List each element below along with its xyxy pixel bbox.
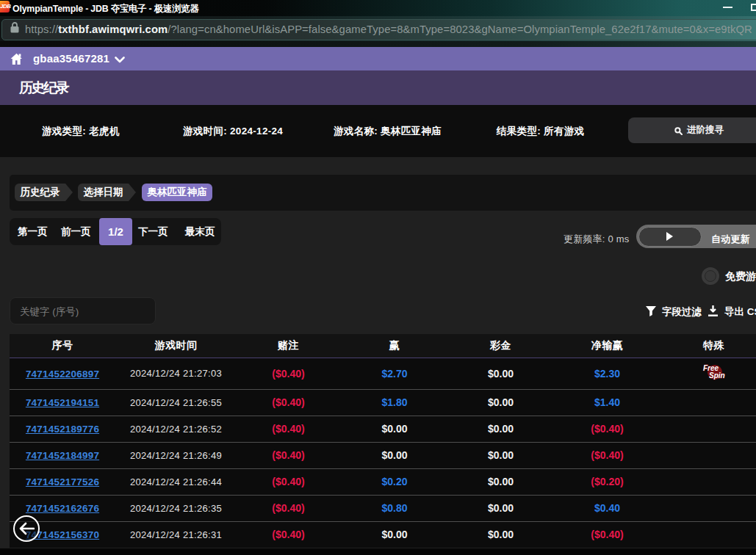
svg-text:Spin: Spin xyxy=(709,371,725,380)
